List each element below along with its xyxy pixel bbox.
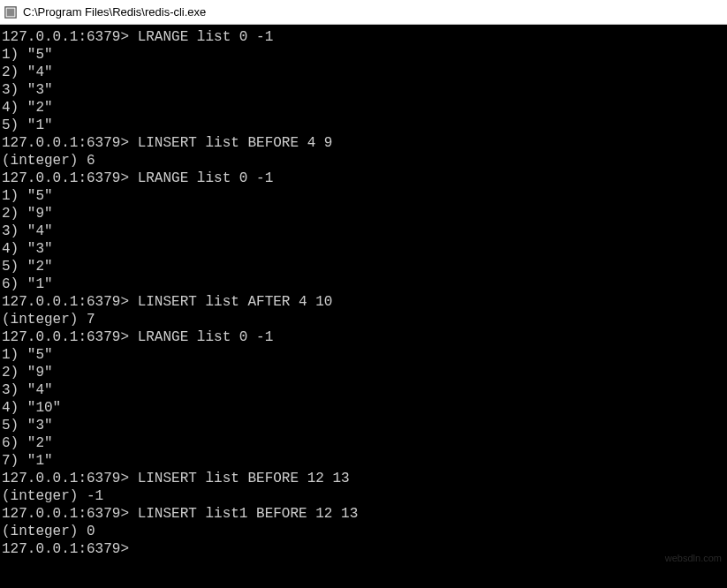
command-text: LRANGE list 0 -1 (138, 170, 274, 186)
window-titlebar[interactable]: C:\Program Files\Redis\redis-cli.exe (0, 0, 727, 25)
terminal-output-line: (integer) 6 (2, 152, 725, 170)
output-text: 3) "3" (2, 82, 53, 98)
output-text: (integer) 7 (2, 312, 95, 328)
terminal-command-line: 127.0.0.1:6379> (2, 540, 725, 558)
app-icon (4, 5, 18, 19)
terminal-command-line: 127.0.0.1:6379> LINSERT list BEFORE 12 1… (2, 470, 725, 487)
output-text: 7) "1" (2, 453, 53, 469)
terminal-command-line: 127.0.0.1:6379> LINSERT list AFTER 4 10 (2, 293, 725, 311)
output-text: 3) "4" (2, 382, 53, 398)
svg-rect-1 (7, 8, 15, 16)
terminal-output-line: 6) "2" (2, 434, 725, 452)
watermark: websdln.com (665, 553, 722, 563)
prompt: 127.0.0.1:6379> (2, 471, 138, 486)
prompt: 127.0.0.1:6379> (2, 329, 138, 345)
terminal-command-line: 127.0.0.1:6379> LINSERT list1 BEFORE 12 … (2, 505, 725, 523)
terminal-command-line: 127.0.0.1:6379> LINSERT list BEFORE 4 9 (2, 134, 725, 152)
output-text: 6) "2" (2, 435, 53, 451)
output-text: 1) "5" (2, 347, 53, 363)
output-text: 5) "2" (2, 259, 53, 275)
terminal-output-line: 6) "1" (2, 275, 725, 293)
terminal-output-line: 2) "9" (2, 205, 725, 222)
command-text: LINSERT list BEFORE 4 9 (138, 135, 333, 151)
terminal-output-line: 5) "1" (2, 117, 725, 134)
terminal-command-line: 127.0.0.1:6379> LRANGE list 0 -1 (2, 170, 725, 187)
terminal-output[interactable]: 127.0.0.1:6379> LRANGE list 0 -11) "5"2)… (0, 25, 727, 588)
command-text: LRANGE list 0 -1 (138, 329, 274, 345)
output-text: (integer) 0 (2, 524, 95, 539)
terminal-output-line: 3) "4" (2, 381, 725, 399)
terminal-output-line: (integer) 7 (2, 311, 725, 328)
command-text: LRANGE list 0 -1 (138, 29, 274, 45)
prompt: 127.0.0.1:6379> (2, 506, 138, 522)
prompt: 127.0.0.1:6379> (2, 135, 138, 151)
command-text: LINSERT list1 BEFORE 12 13 (138, 506, 359, 522)
terminal-output-line: 4) "3" (2, 240, 725, 258)
terminal-output-line: 3) "3" (2, 81, 725, 99)
command-text: LINSERT list BEFORE 12 13 (138, 471, 350, 486)
output-text: 4) "3" (2, 241, 53, 257)
terminal-output-line: 1) "5" (2, 187, 725, 205)
prompt: 127.0.0.1:6379> (2, 294, 138, 310)
terminal-output-line: (integer) 0 (2, 523, 725, 540)
output-text: 2) "9" (2, 365, 53, 381)
terminal-output-line: 1) "5" (2, 346, 725, 364)
output-text: 4) "2" (2, 100, 53, 116)
terminal-output-line: 5) "3" (2, 417, 725, 434)
terminal-command-line: 127.0.0.1:6379> LRANGE list 0 -1 (2, 328, 725, 346)
terminal-output-line: 2) "4" (2, 64, 725, 81)
output-text: 1) "5" (2, 188, 53, 204)
output-text: 4) "10" (2, 400, 61, 416)
output-text: 6) "1" (2, 276, 53, 292)
prompt: 127.0.0.1:6379> (2, 29, 138, 45)
output-text: 2) "4" (2, 64, 53, 80)
output-text: (integer) 6 (2, 153, 95, 169)
terminal-output-line: 4) "2" (2, 99, 725, 117)
terminal-output-line: 1) "5" (2, 46, 725, 64)
output-text: (integer) -1 (2, 488, 103, 504)
terminal-command-line: 127.0.0.1:6379> LRANGE list 0 -1 (2, 28, 725, 46)
output-text: 2) "9" (2, 206, 53, 222)
prompt: 127.0.0.1:6379> (2, 170, 138, 186)
output-text: 3) "4" (2, 223, 53, 239)
terminal-output-line: (integer) -1 (2, 487, 725, 505)
output-text: 5) "1" (2, 117, 53, 133)
terminal-output-line: 4) "10" (2, 399, 725, 417)
prompt: 127.0.0.1:6379> (2, 541, 138, 557)
output-text: 1) "5" (2, 47, 53, 63)
command-text: LINSERT list AFTER 4 10 (138, 294, 333, 310)
output-text: 5) "3" (2, 418, 53, 433)
terminal-output-line: 3) "4" (2, 222, 725, 240)
window-title: C:\Program Files\Redis\redis-cli.exe (23, 5, 206, 19)
terminal-output-line: 2) "9" (2, 364, 725, 381)
terminal-output-line: 7) "1" (2, 452, 725, 470)
terminal-output-line: 5) "2" (2, 258, 725, 275)
